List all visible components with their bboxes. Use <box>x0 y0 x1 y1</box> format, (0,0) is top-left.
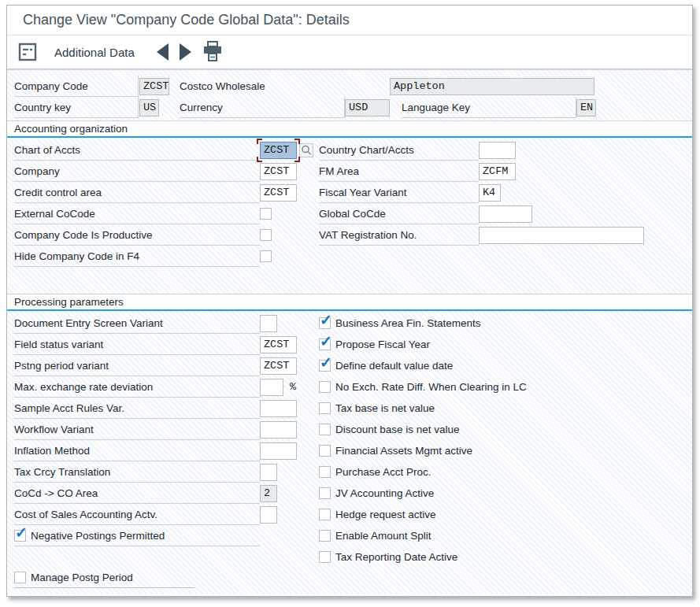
inflation-method-field[interactable] <box>260 442 297 460</box>
processing-parameters-section: Processing parameters Document Entry Scr… <box>7 294 692 597</box>
max-exchange-deviation-label: Max. exchange rate deviation <box>14 376 260 398</box>
business-area-fin-checkbox[interactable] <box>319 317 331 329</box>
fiscal-year-variant-label: Fiscal Year Variant <box>319 182 479 203</box>
search-help-icon[interactable] <box>299 142 313 158</box>
field-status-variant-label: Field status variant <box>14 334 260 355</box>
negative-postings-row: Negative Postings Permitted <box>14 525 260 546</box>
header-fields: Company Code ZCST Costco Wholesale Apple… <box>7 76 692 118</box>
details-view-icon <box>18 43 37 61</box>
manage-postg-period-checkbox[interactable] <box>14 572 26 583</box>
purchase-acct-proc-label: Purchase Acct Proc. <box>335 466 431 478</box>
country-key-label: Country key <box>14 97 139 118</box>
company-code-label: Company Code <box>14 76 139 97</box>
doc-entry-variant-field[interactable] <box>260 315 277 332</box>
cocd-co-area-label: CoCd -> CO Area <box>14 483 260 504</box>
external-cocode-row: External CoCode Global CoCde <box>14 203 692 224</box>
discount-base-net-checkbox[interactable] <box>319 424 331 435</box>
currency-field[interactable]: USD <box>345 99 390 117</box>
accounting-organization-title: Accounting organization <box>7 121 692 138</box>
tax-reporting-date-checkbox[interactable] <box>319 551 331 563</box>
sap-window: Change View "Company Code Global Data": … <box>6 5 693 597</box>
currency-label: Currency <box>180 97 345 118</box>
application-toolbar: Additional Data <box>7 35 692 70</box>
fm-area-field[interactable]: ZCFM <box>479 163 516 180</box>
purchase-acct-proc-checkbox[interactable] <box>319 466 331 478</box>
company-label: Company <box>14 161 260 182</box>
language-key-field[interactable]: EN <box>576 99 596 117</box>
hedge-request-label: Hedge request active <box>335 509 436 520</box>
manage-postg-period-label: Manage Postg Period <box>30 572 133 583</box>
previous-entry-icon <box>157 43 169 61</box>
chart-of-accts-row: Chart of Accts ZCST <box>14 139 692 161</box>
tax-crcy-translation-label: Tax Crcy Translation <box>14 461 260 483</box>
pstng-period-variant-label: Pstng period variant <box>14 355 260 376</box>
external-cocode-checkbox[interactable] <box>260 208 272 220</box>
chart-of-accts-field[interactable]: ZCST <box>260 142 297 159</box>
no-exch-rate-diff-label: No Exch. Rate Diff. When Clearing in LC <box>335 381 527 393</box>
additional-data-button[interactable]: Additional Data <box>48 46 146 59</box>
productive-checkbox[interactable] <box>260 229 272 241</box>
business-area-fin-label: Business Area Fin. Statements <box>335 317 481 329</box>
doc-entry-variant-label: Document Entry Screen Variant <box>14 313 260 334</box>
default-value-date-checkbox[interactable] <box>319 360 331 372</box>
language-key-label: Language Key <box>402 97 576 118</box>
hedge-request-checkbox[interactable] <box>319 509 331 520</box>
enable-amount-split-checkbox[interactable] <box>319 530 331 542</box>
print-button[interactable] <box>202 41 223 63</box>
field-status-variant-field[interactable]: ZCST <box>260 336 297 353</box>
chart-of-accts-focus: ZCST <box>260 142 297 159</box>
financial-assets-mgmt-label: Financial Assets Mgmt active <box>335 445 472 457</box>
workflow-variant-field[interactable] <box>260 421 297 439</box>
previous-entry-button[interactable] <box>157 43 169 61</box>
company-city-field[interactable]: Appleton <box>390 78 594 95</box>
productive-label: Company Code Is Productive <box>14 224 260 246</box>
hide-cocode-row: Hide Company Code in F4 <box>14 246 692 267</box>
cocd-co-area-field[interactable]: 2 <box>260 485 277 502</box>
credit-control-label: Credit control area <box>14 182 260 203</box>
sample-acct-rules-field[interactable] <box>260 400 297 417</box>
print-icon <box>202 41 223 63</box>
screen-body: Company Code ZCST Costco Wholesale Apple… <box>7 70 692 594</box>
country-currency-row: Country key US Currency USD Language Key… <box>14 97 692 118</box>
vat-registration-label: VAT Registration No. <box>319 224 479 246</box>
company-code-field[interactable]: ZCST <box>139 78 169 95</box>
no-exch-rate-diff-checkbox[interactable] <box>319 381 331 393</box>
productive-row: Company Code Is Productive VAT Registrat… <box>14 224 692 246</box>
next-entry-button[interactable] <box>180 43 191 61</box>
credit-control-field[interactable]: ZCST <box>260 184 297 202</box>
percent-sign: % <box>290 381 296 393</box>
accounting-organization-section: Accounting organization Chart of Accts Z… <box>7 120 692 287</box>
country-key-field[interactable]: US <box>139 99 159 117</box>
tax-reporting-date-label: Tax Reporting Date Active <box>335 551 457 563</box>
tax-base-net-checkbox[interactable] <box>319 402 331 414</box>
propose-fiscal-year-checkbox[interactable] <box>319 339 331 350</box>
additional-data-label: Additional Data <box>54 46 135 59</box>
company-code-row: Company Code ZCST Costco Wholesale Apple… <box>14 76 692 97</box>
global-cocde-field[interactable] <box>479 205 532 223</box>
discount-base-net-label: Discount base is net value <box>335 424 460 435</box>
company-field[interactable]: ZCST <box>260 163 297 180</box>
processing-right-column: Business Area Fin. Statements Propose Fi… <box>319 313 527 568</box>
fiscal-year-variant-field[interactable]: K4 <box>479 184 501 202</box>
jv-accounting-checkbox[interactable] <box>319 487 331 499</box>
tax-base-net-label: Tax base is net value <box>335 402 435 414</box>
tax-crcy-translation-field[interactable] <box>260 464 277 481</box>
negative-postings-checkbox[interactable] <box>14 530 26 542</box>
cost-of-sales-field[interactable] <box>260 506 277 524</box>
manage-postg-period-row: Manage Postg Period <box>14 567 194 588</box>
hide-cocode-checkbox[interactable] <box>260 250 272 262</box>
pstng-period-variant-field[interactable]: ZCST <box>260 357 297 375</box>
max-exchange-deviation-field[interactable] <box>260 379 283 396</box>
page-title: Change View "Company Code Global Data": … <box>23 12 350 28</box>
chart-of-accts-label: Chart of Accts <box>14 139 260 161</box>
fm-area-label: FM Area <box>319 161 479 182</box>
sample-acct-rules-label: Sample Acct Rules Var. <box>14 398 260 419</box>
default-value-date-label: Define default value date <box>335 360 453 372</box>
country-chart-field[interactable] <box>479 142 516 159</box>
financial-assets-mgmt-checkbox[interactable] <box>319 445 331 457</box>
negative-postings-label: Negative Postings Permitted <box>30 530 165 542</box>
details-view-button[interactable] <box>18 43 37 61</box>
external-cocode-label: External CoCode <box>14 203 260 224</box>
workflow-variant-label: Workflow Variant <box>14 419 260 440</box>
vat-registration-field[interactable] <box>479 227 644 244</box>
